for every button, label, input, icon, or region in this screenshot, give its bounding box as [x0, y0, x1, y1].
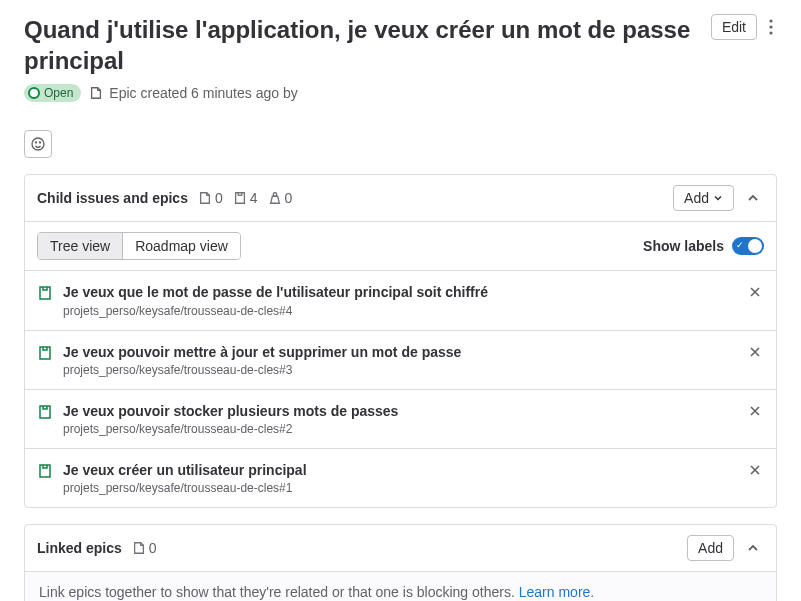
view-segmented: Tree view Roadmap view	[37, 232, 241, 260]
epic-count-icon	[132, 541, 146, 555]
add-child-label: Add	[684, 191, 709, 205]
list-item: Je veux que le mot de passe de l'utilisa…	[25, 270, 776, 329]
learn-more-link[interactable]: Learn more.	[519, 584, 594, 600]
close-icon	[748, 285, 762, 299]
add-child-button[interactable]: Add	[673, 185, 734, 211]
issue-open-icon	[37, 404, 53, 420]
child-item-title[interactable]: Je veux pouvoir stocker plusieurs mots d…	[63, 402, 736, 420]
overflow-menu-button[interactable]	[765, 15, 777, 39]
svg-point-2	[769, 31, 772, 34]
epic-meta-text: Epic created 6 minutes ago by	[109, 85, 297, 101]
collapse-children-button[interactable]	[742, 187, 764, 209]
svg-point-5	[40, 142, 41, 143]
linked-help-text-body: Link epics together to show that they're…	[39, 584, 519, 600]
edit-button[interactable]: Edit	[711, 14, 757, 40]
status-badge: Open	[24, 84, 81, 102]
close-icon	[748, 345, 762, 359]
add-reaction-button[interactable]	[24, 130, 52, 158]
show-labels-toggle[interactable]: ✓	[732, 237, 764, 255]
svg-point-6	[273, 193, 277, 197]
child-issues-title: Child issues and epics	[37, 190, 188, 206]
roadmap-view-tab[interactable]: Roadmap view	[122, 233, 240, 259]
tree-view-tab[interactable]: Tree view	[38, 233, 122, 259]
svg-point-0	[769, 19, 772, 22]
linked-epics-title: Linked epics	[37, 540, 122, 556]
child-item-path[interactable]: projets_perso/keysafe/trousseau-de-cles#…	[63, 422, 736, 436]
weight-icon	[268, 191, 282, 205]
linked-help-text: Link epics together to show that they're…	[25, 571, 776, 601]
child-item-title[interactable]: Je veux créer un utilisateur principal	[63, 461, 736, 479]
kebab-icon	[769, 19, 773, 35]
child-list: Je veux que le mot de passe de l'utilisa…	[25, 270, 776, 507]
list-item: Je veux pouvoir stocker plusieurs mots d…	[25, 389, 776, 448]
remove-child-button[interactable]	[746, 461, 764, 479]
page-title: Quand j'utilise l'application, je veux c…	[24, 14, 699, 76]
child-item-title[interactable]: Je veux pouvoir mettre à jour et supprim…	[63, 343, 736, 361]
linked-epics-card: Linked epics 0 Add Link epics together t…	[24, 524, 777, 601]
child-epic-count: 0	[198, 190, 223, 206]
remove-child-button[interactable]	[746, 402, 764, 420]
status-badge-label: Open	[44, 86, 73, 100]
linked-epic-count: 0	[132, 540, 157, 556]
epic-icon	[89, 86, 103, 100]
show-labels-label: Show labels	[643, 238, 724, 254]
close-icon	[748, 404, 762, 418]
status-dot-icon	[28, 87, 40, 99]
list-item: Je veux pouvoir mettre à jour et supprim…	[25, 330, 776, 389]
chevron-down-icon	[713, 193, 723, 203]
child-issues-card: Child issues and epics 0 4 0 Add	[24, 174, 777, 508]
list-item: Je veux créer un utilisateur principal p…	[25, 448, 776, 507]
issue-count-icon	[233, 191, 247, 205]
svg-point-3	[32, 138, 44, 150]
close-icon	[748, 463, 762, 477]
epic-meta: Epic created 6 minutes ago by	[89, 85, 297, 101]
remove-child-button[interactable]	[746, 283, 764, 301]
check-icon: ✓	[736, 240, 744, 250]
chevron-up-icon	[746, 191, 760, 205]
child-item-title[interactable]: Je veux que le mot de passe de l'utilisa…	[63, 283, 736, 301]
remove-child-button[interactable]	[746, 343, 764, 361]
issue-open-icon	[37, 285, 53, 301]
linked-epic-count-value: 0	[149, 540, 157, 556]
child-epic-count-value: 0	[215, 190, 223, 206]
child-issue-count-value: 4	[250, 190, 258, 206]
issue-open-icon	[37, 463, 53, 479]
svg-point-1	[769, 25, 772, 28]
child-weight-count-value: 0	[285, 190, 293, 206]
child-weight-count: 0	[268, 190, 293, 206]
child-item-path[interactable]: projets_perso/keysafe/trousseau-de-cles#…	[63, 481, 736, 495]
child-item-path[interactable]: projets_perso/keysafe/trousseau-de-cles#…	[63, 304, 736, 318]
child-issue-count: 4	[233, 190, 258, 206]
child-item-path[interactable]: projets_perso/keysafe/trousseau-de-cles#…	[63, 363, 736, 377]
epic-count-icon	[198, 191, 212, 205]
add-linked-button[interactable]: Add	[687, 535, 734, 561]
chevron-up-icon	[746, 541, 760, 555]
issue-open-icon	[37, 345, 53, 361]
collapse-linked-button[interactable]	[742, 537, 764, 559]
emoji-icon	[30, 136, 46, 152]
svg-point-4	[36, 142, 37, 143]
